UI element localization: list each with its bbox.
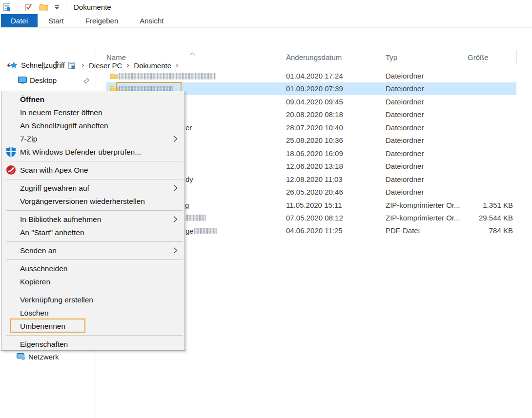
menu-item-label: Kopieren bbox=[20, 278, 184, 286]
file-size: 784 KB bbox=[450, 226, 513, 235]
menu-item-an-start-anheften[interactable]: An "Start" anheften bbox=[1, 226, 184, 239]
submenu-arrow-icon bbox=[173, 184, 178, 192]
menu-item-label: Scan with Apex One bbox=[20, 166, 184, 175]
menu-item-label: Öffnen bbox=[20, 95, 184, 104]
file-type: Dateiordner bbox=[386, 72, 424, 80]
redacted-name bbox=[119, 73, 216, 80]
menu-item-7-zip[interactable]: 7-Zip bbox=[1, 132, 184, 145]
sort-ascending-icon bbox=[189, 49, 195, 58]
toolbar-divider bbox=[18, 3, 18, 11]
modified-date: 04.06.2020 11:25 bbox=[286, 226, 343, 235]
modified-date: 20.08.2020 08:18 bbox=[286, 110, 343, 119]
menu-item-verknüpfung-erstellen[interactable]: Verknüpfung erstellen bbox=[1, 293, 184, 306]
menu-item-label: Zugriff gewähren auf bbox=[20, 184, 173, 193]
file-size: 29.544 KB bbox=[450, 214, 513, 222]
title-bar: Dokumente bbox=[0, 0, 532, 14]
menu-separator bbox=[1, 177, 184, 181]
menu-item-löschen[interactable]: Löschen bbox=[1, 306, 184, 319]
tab-freigeben[interactable]: Freigeben bbox=[75, 14, 129, 27]
breadcrumb-item-dieser-pc[interactable]: Dieser PC bbox=[87, 61, 124, 70]
menu-item-mit-windows-defender-überprüfen[interactable]: Mit Windows Defender überprüfen... bbox=[1, 145, 184, 159]
toolbar-dropdown-icon[interactable] bbox=[51, 1, 62, 13]
breadcrumb-chevron-icon: › bbox=[79, 61, 87, 70]
file-name bbox=[119, 72, 217, 80]
menu-item-in-bibliothek-aufnehmen[interactable]: In Bibliothek aufnehmen bbox=[1, 213, 184, 226]
column-divider[interactable] bbox=[463, 50, 463, 64]
menu-item-label: Ausschneiden bbox=[20, 264, 184, 273]
file-type: Dateiordner bbox=[386, 84, 424, 93]
menu-item-kopieren[interactable]: Kopieren bbox=[1, 275, 184, 288]
column-divider[interactable] bbox=[282, 50, 282, 64]
menu-item-label: Mit Windows Defender überprüfen... bbox=[20, 148, 184, 157]
submenu-arrow-icon bbox=[173, 216, 178, 223]
file-type: ZIP-komprimierter Or... bbox=[386, 214, 460, 222]
apex-one-icon bbox=[1, 165, 20, 175]
new-folder-icon[interactable] bbox=[36, 1, 51, 13]
rename-highlight-box bbox=[10, 318, 85, 333]
sidebar-label: Schnellzugriff bbox=[21, 61, 65, 69]
tab-ansicht[interactable]: Ansicht bbox=[129, 14, 174, 27]
column-header-size[interactable]: Größe bbox=[468, 53, 489, 61]
file-name-fragment: dy bbox=[185, 175, 193, 183]
modified-date: 28.07.2020 10:40 bbox=[286, 123, 343, 132]
menu-item-vorgängerversionen-wiederherstellen[interactable]: Vorgängerversionen wiederherstellen bbox=[1, 195, 184, 208]
menu-item-ausschneiden[interactable]: Ausschneiden bbox=[1, 262, 184, 275]
menu-item-label: In Bibliothek aufnehmen bbox=[20, 215, 173, 224]
sidebar-item-quick-access[interactable]: Schnellzugriff bbox=[10, 61, 65, 69]
menu-item-label: Senden an bbox=[20, 246, 173, 255]
menu-item-in-neuem-fenster-öffnen[interactable]: In neuem Fenster öffnen bbox=[1, 106, 184, 119]
pin-icon bbox=[83, 77, 90, 86]
breadcrumb-chevron-icon: › bbox=[124, 61, 132, 70]
menu-item-zugriff-gewähren-auf[interactable]: Zugriff gewähren auf bbox=[1, 181, 184, 195]
window-title: Dokumente bbox=[74, 3, 111, 11]
menu-item-öffnen[interactable]: Öffnen bbox=[1, 93, 184, 106]
modified-date: 09.04.2020 09:45 bbox=[286, 98, 343, 106]
menu-item-label: Vorgängerversionen wiederherstellen bbox=[20, 197, 184, 206]
column-header-modified[interactable]: Änderungsdatum bbox=[286, 53, 342, 61]
tab-start[interactable]: Start bbox=[38, 14, 75, 27]
modified-date: 18.06.2020 16:09 bbox=[286, 149, 343, 158]
properties-check-icon[interactable] bbox=[21, 1, 36, 13]
modified-date: 12.06.2020 13:18 bbox=[286, 162, 343, 170]
file-name-fragment: g bbox=[185, 201, 189, 209]
file-row[interactable]: 01.04.2020 17:24Dateiordner bbox=[106, 70, 516, 82]
column-header-type[interactable]: Typ bbox=[386, 53, 397, 61]
sidebar-label: Desktop bbox=[30, 76, 57, 84]
menu-item-scan-with-apex-one[interactable]: Scan with Apex One bbox=[1, 163, 184, 177]
menu-separator bbox=[1, 239, 184, 244]
menu-separator bbox=[1, 208, 184, 213]
column-divider[interactable] bbox=[379, 50, 379, 64]
file-type: Dateiordner bbox=[386, 149, 424, 158]
context-menu: ÖffnenIn neuem Fenster öffnenAn Schnellz… bbox=[1, 91, 185, 351]
file-type: Dateiordner bbox=[386, 162, 424, 170]
sidebar-item-desktop[interactable]: Desktop bbox=[18, 76, 57, 84]
menu-item-label: In neuem Fenster öffnen bbox=[20, 108, 184, 117]
explorer-window-icon bbox=[0, 1, 14, 13]
network-icon bbox=[17, 353, 25, 360]
menu-item-label: Eigenschaften bbox=[20, 340, 184, 349]
column-divider[interactable] bbox=[516, 50, 517, 64]
menu-separator bbox=[1, 159, 184, 163]
file-type: Dateiordner bbox=[386, 188, 424, 196]
breadcrumb: ›Dieser PC›Dokumente› bbox=[79, 61, 181, 70]
menu-separator bbox=[1, 288, 184, 293]
tab-datei[interactable]: Datei bbox=[1, 14, 38, 27]
quick-access-star-icon bbox=[10, 61, 18, 69]
menu-item-an-schnellzugriff-anheften[interactable]: An Schnellzugriff anheften bbox=[1, 119, 184, 132]
file-size: 1.351 KB bbox=[450, 201, 513, 209]
redacted-name bbox=[194, 228, 217, 234]
menu-item-senden-an[interactable]: Senden an bbox=[1, 244, 184, 257]
submenu-arrow-icon bbox=[173, 247, 178, 254]
modified-date: 07.05.2020 08:12 bbox=[286, 214, 343, 222]
sidebar-item-network[interactable]: Netzwerk bbox=[17, 353, 59, 361]
menu-item-label: An Schnellzugriff anheften bbox=[20, 121, 184, 130]
breadcrumb-item-dokumente[interactable]: Dokumente bbox=[132, 61, 173, 70]
column-header-name[interactable]: Name bbox=[106, 53, 126, 61]
address-location-icon bbox=[68, 61, 76, 71]
file-name-fragment: ge bbox=[185, 227, 194, 235]
modified-date: 12.08.2020 11:03 bbox=[286, 175, 343, 183]
file-name-fragment: er bbox=[185, 123, 192, 132]
redacted-name bbox=[186, 215, 206, 221]
modified-date: 01.09.2020 07:39 bbox=[286, 84, 343, 93]
menu-item-eigenschaften[interactable]: Eigenschaften bbox=[1, 338, 184, 351]
